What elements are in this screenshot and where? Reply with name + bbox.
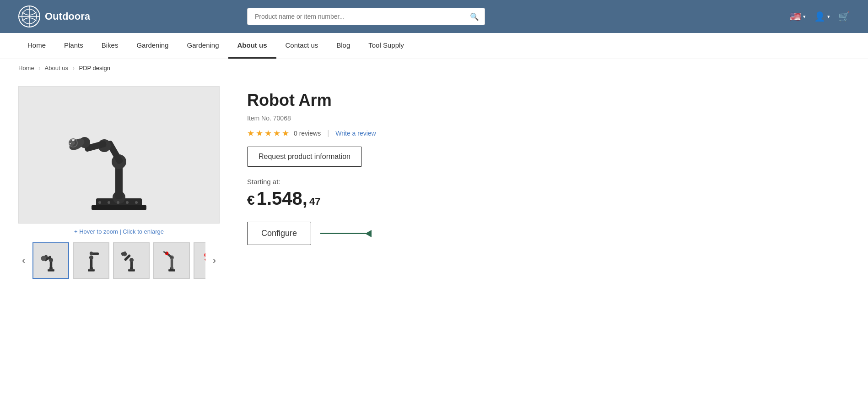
nav-item-gardening[interactable]: Gardening	[127, 33, 178, 59]
logo-link[interactable]: Outdoora	[18, 5, 90, 27]
price-main: 1.548,	[257, 188, 307, 209]
language-selector[interactable]: 🇺🇸 ▾	[790, 11, 806, 22]
nav-item-contact[interactable]: Contact us	[276, 33, 328, 59]
star-3: ★	[264, 128, 272, 138]
logo-text: Outdoora	[45, 11, 90, 22]
svg-point-29	[41, 256, 46, 261]
main-content: + Hover to zoom | Click to enlarge ‹	[0, 77, 549, 297]
star-4: ★	[273, 128, 280, 138]
configure-row: Configure	[247, 222, 531, 245]
svg-point-39	[129, 258, 134, 262]
price-currency: €	[247, 192, 255, 208]
breadcrumb-sep-2: ›	[73, 65, 75, 71]
thumb-svg-2	[79, 248, 104, 273]
thumbnail-1[interactable]	[32, 242, 69, 279]
product-details: Robot Arm Item No. 70068 ★ ★ ★ ★ ★ 0 rev…	[247, 86, 531, 279]
star-1: ★	[247, 128, 254, 138]
svg-point-18	[98, 201, 101, 204]
cart-button[interactable]: 🛒	[838, 11, 850, 22]
reviews-row: ★ ★ ★ ★ ★ 0 reviews | Write a review	[247, 128, 531, 138]
thumb-svg-4	[159, 248, 184, 273]
configure-button[interactable]: Configure	[247, 222, 311, 245]
thumbnail-2[interactable]	[73, 242, 109, 279]
breadcrumb: Home › About us › PDP design	[0, 59, 868, 77]
item-number: Item No. 70068	[247, 115, 531, 122]
reviews-count: 0 reviews	[294, 130, 321, 137]
thumb-svg-1	[38, 248, 64, 273]
svg-point-55	[204, 253, 205, 257]
breadcrumb-current: PDP design	[79, 65, 110, 71]
header-right: 🇺🇸 ▾ 👤 ▾ 🛒	[790, 11, 850, 22]
thumb-next-button[interactable]: ›	[209, 253, 220, 268]
thumbnail-3[interactable]	[113, 242, 150, 279]
svg-rect-5	[92, 205, 146, 210]
thumb-prev-button[interactable]: ‹	[18, 253, 29, 268]
svg-point-22	[135, 201, 138, 204]
search-input[interactable]	[247, 8, 485, 25]
thumbnail-5[interactable]	[194, 242, 205, 279]
nav-item-blog[interactable]: Blog	[327, 33, 359, 59]
svg-point-33	[89, 255, 93, 259]
account-button[interactable]: 👤 ▾	[814, 11, 830, 22]
product-images: + Hover to zoom | Click to enlarge ‹	[18, 86, 220, 279]
cart-icon: 🛒	[838, 11, 850, 22]
star-rating: ★ ★ ★ ★ ★	[247, 128, 289, 138]
nav-item-living[interactable]: Gardening	[178, 33, 228, 59]
account-caret: ▾	[827, 14, 830, 20]
svg-point-17	[71, 141, 75, 145]
language-caret: ▾	[803, 14, 806, 20]
product-price: € 1.548,47	[247, 188, 531, 209]
arrow-indicator	[320, 230, 372, 237]
product-title: Robot Arm	[247, 91, 531, 110]
flag-icon: 🇺🇸	[790, 11, 801, 22]
thumbnails	[32, 242, 205, 279]
main-image[interactable]	[18, 86, 220, 224]
starting-at-label: Starting at:	[247, 178, 531, 186]
svg-point-19	[108, 201, 110, 204]
nav-item-tool-supply[interactable]: Tool Supply	[359, 33, 413, 59]
main-nav: Home Plants Bikes Gardening Gardening Ab…	[0, 33, 868, 59]
request-info-button[interactable]: Request product information	[247, 147, 362, 167]
image-hint[interactable]: + Hover to zoom | Click to enlarge	[18, 228, 220, 235]
star-5: ★	[282, 128, 289, 138]
search-button[interactable]: 🔍	[464, 8, 485, 25]
price-cents: 47	[309, 196, 320, 208]
thumb-svg-5	[199, 248, 205, 273]
breadcrumb-sep-1: ›	[38, 65, 40, 71]
product-image-svg	[59, 93, 178, 217]
star-2: ★	[256, 128, 263, 138]
arrow-head	[365, 230, 372, 237]
nav-item-about[interactable]: About us	[228, 33, 276, 59]
logo-icon	[18, 5, 40, 27]
nav-item-plants[interactable]: Plants	[55, 33, 92, 59]
search-container: 🔍	[247, 8, 485, 25]
account-icon: 👤	[814, 11, 825, 22]
reviews-divider: |	[327, 129, 329, 137]
svg-point-20	[117, 201, 119, 204]
svg-point-35	[90, 251, 93, 255]
nav-item-bikes[interactable]: Bikes	[92, 33, 128, 59]
nav-item-home[interactable]: Home	[18, 33, 55, 59]
breadcrumb-home[interactable]: Home	[18, 65, 34, 71]
thumb-svg-3	[119, 248, 144, 273]
write-review-link[interactable]: Write a review	[335, 130, 376, 137]
header: Outdoora 🔍 🇺🇸 ▾ 👤 ▾ 🛒	[0, 0, 868, 33]
breadcrumb-about[interactable]: About us	[45, 65, 68, 71]
thumbnails-wrapper: ‹	[18, 242, 220, 279]
arrow-line	[320, 233, 366, 234]
svg-point-21	[126, 201, 129, 204]
thumbnail-4[interactable]	[153, 242, 190, 279]
